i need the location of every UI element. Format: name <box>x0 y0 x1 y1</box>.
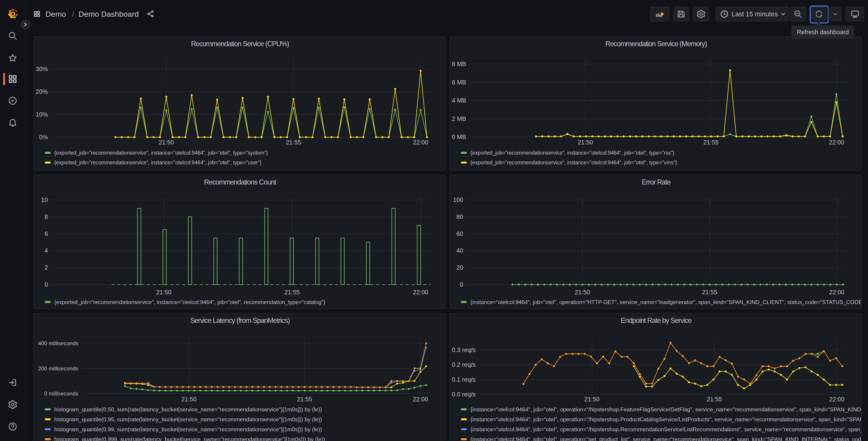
svg-text:Recommendations Count: Recommendations Count <box>204 178 277 186</box>
svg-text:80: 80 <box>456 213 463 220</box>
svg-text:6: 6 <box>44 231 48 237</box>
svg-text:22:00: 22:00 <box>829 139 844 146</box>
svg-text:22:00: 22:00 <box>829 396 844 403</box>
svg-text:{exported_job="recommendations: {exported_job="recommendationservice", i… <box>54 159 261 166</box>
svg-text:22:00: 22:00 <box>413 289 428 296</box>
svg-text:21:55: 21:55 <box>297 396 312 403</box>
svg-text:100: 100 <box>453 197 463 203</box>
svg-text:0 milliseconds: 0 milliseconds <box>44 390 78 396</box>
svg-text:0.2 req/s: 0.2 req/s <box>452 361 476 368</box>
svg-text:6 MB: 6 MB <box>452 79 466 86</box>
svg-text:0.3 req/s: 0.3 req/s <box>452 347 476 353</box>
svg-text:21:55: 21:55 <box>286 139 301 146</box>
svg-text:10%: 10% <box>36 111 48 118</box>
svg-text:histogram_quantile(0.999, sum(: histogram_quantile(0.999, sum(rate(laten… <box>54 436 325 441</box>
svg-text:22:00: 22:00 <box>413 396 428 403</box>
svg-text:Demo: Demo <box>45 10 66 18</box>
svg-text:{exported_job="recommendations: {exported_job="recommendationservice", i… <box>470 150 675 156</box>
svg-text:{exported_job="recommendations: {exported_job="recommendationservice", i… <box>54 299 325 305</box>
svg-text:histogram_quantile(0.99, sum(r: histogram_quantile(0.99, sum(rate(latenc… <box>54 426 322 432</box>
svg-text:21:50: 21:50 <box>578 139 593 146</box>
svg-text:/: / <box>72 10 74 18</box>
svg-text:0.0 req/s: 0.0 req/s <box>452 391 476 398</box>
svg-text:Service Latency (from SpanMetr: Service Latency (from SpanMetrics) <box>190 316 290 324</box>
svg-text:21:50: 21:50 <box>156 289 172 296</box>
svg-text:21:55: 21:55 <box>703 139 719 146</box>
svg-text:21:55: 21:55 <box>284 289 300 296</box>
svg-text:{exported_job="recommendations: {exported_job="recommendationservice", i… <box>54 150 268 156</box>
svg-text:{exported_job="recommendations: {exported_job="recommendationservice", i… <box>470 159 677 166</box>
svg-text:0: 0 <box>460 281 463 288</box>
svg-text:0%: 0% <box>39 134 48 141</box>
svg-text:2 MB: 2 MB <box>452 115 466 122</box>
svg-text:Recommendation Service (CPU%): Recommendation Service (CPU%) <box>191 40 289 48</box>
svg-text:Endpoint Rate by Service: Endpoint Rate by Service <box>621 316 692 324</box>
svg-text:histogram_quantile(0.95, sum(r: histogram_quantile(0.95, sum(rate(latenc… <box>54 416 322 422</box>
svg-text:21:55: 21:55 <box>702 289 717 296</box>
svg-text:4: 4 <box>44 247 48 254</box>
svg-text:30%: 30% <box>36 66 48 72</box>
svg-text:40: 40 <box>456 247 463 254</box>
svg-text:0 MB: 0 MB <box>452 134 466 140</box>
svg-text:21:55: 21:55 <box>707 396 722 403</box>
svg-text:Error Rate: Error Rate <box>642 178 671 186</box>
svg-text:20%: 20% <box>36 88 48 95</box>
svg-text:60: 60 <box>456 231 463 237</box>
svg-text:8 MB: 8 MB <box>452 61 466 67</box>
svg-text:0: 0 <box>44 281 48 288</box>
svg-text:10: 10 <box>41 197 48 203</box>
svg-text:{instance="otelcol:9464", job=: {instance="otelcol:9464", job="otel", op… <box>470 416 861 422</box>
svg-text:Demo Dashboard: Demo Dashboard <box>79 10 139 18</box>
svg-text:20: 20 <box>456 264 463 271</box>
svg-text:21:50: 21:50 <box>575 289 590 296</box>
svg-text:21:50: 21:50 <box>584 396 600 403</box>
svg-text:{instance="otelcol:9464", job=: {instance="otelcol:9464", job="otel", op… <box>470 436 861 441</box>
svg-text:Recommendation Service (Memory: Recommendation Service (Memory) <box>605 40 707 48</box>
svg-text:200 milliseconds: 200 milliseconds <box>38 365 78 372</box>
svg-text:2: 2 <box>44 264 48 271</box>
svg-text:{instance="otelcol:9464", job=: {instance="otelcol:9464", job="otel", op… <box>470 299 861 305</box>
svg-text:400 milliseconds: 400 milliseconds <box>38 340 78 346</box>
svg-text:0.1 req/s: 0.1 req/s <box>452 376 476 383</box>
svg-text:22:00: 22:00 <box>413 139 428 146</box>
svg-text:21:50: 21:50 <box>159 139 174 146</box>
svg-text:22:00: 22:00 <box>829 289 844 296</box>
svg-text:21:50: 21:50 <box>181 396 197 403</box>
svg-text:8: 8 <box>44 213 48 220</box>
svg-text:4 MB: 4 MB <box>452 97 466 104</box>
svg-text:histogram_quantile(0.50, sum(r: histogram_quantile(0.50, sum(rate(latenc… <box>54 406 322 412</box>
svg-text:{instance="otelcol:9464", job=: {instance="otelcol:9464", job="otel", op… <box>470 426 861 432</box>
svg-text:{instance="otelcol:9464", job=: {instance="otelcol:9464", job="otel", op… <box>470 406 861 412</box>
